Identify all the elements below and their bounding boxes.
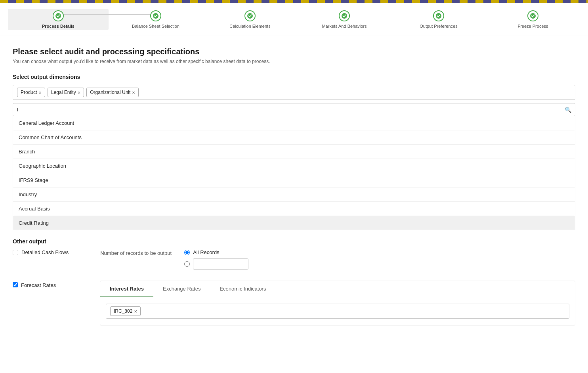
svg-point-2 — [247, 13, 253, 19]
step-markets-and-behaviors[interactable]: Markets And Behaviors — [297, 10, 391, 29]
page-subtitle: You can choose what output you'd like to… — [13, 59, 575, 64]
step-circle-freeze-process — [527, 10, 538, 21]
irc-tags-container[interactable]: IRC_802 × — [106, 304, 569, 319]
custom-records-radio[interactable] — [184, 261, 190, 267]
dropdown-item-ifrs9-stage[interactable]: IFRS9 Stage — [13, 173, 575, 187]
search-icon: 🔍 — [565, 107, 571, 113]
tag-label-product: Product — [21, 90, 37, 95]
tab-interest-rates[interactable]: Interest Rates — [100, 281, 153, 297]
step-label-process-details: Process Details — [42, 24, 74, 29]
step-label-output-preferences: Output Preferences — [420, 24, 457, 29]
forecast-left: Forecast Rates — [13, 281, 100, 288]
forecast-right: Interest RatesExchange RatesEconomic Ind… — [100, 281, 575, 325]
tab-content: IRC_802 × — [100, 297, 575, 325]
tab-economic-indicators[interactable]: Economic Indicators — [210, 281, 275, 297]
step-circle-calculation-elements — [244, 10, 256, 21]
search-input[interactable] — [13, 103, 575, 116]
tag-label-organizational-unit: Organizational Unit — [90, 90, 130, 95]
step-label-balance-sheet-selection: Balance Sheet Selection — [132, 24, 179, 29]
step-output-preferences[interactable]: Output Preferences — [391, 10, 486, 29]
step-circle-process-details — [53, 10, 64, 21]
custom-records-input[interactable] — [193, 258, 248, 270]
dropdown-item-general-ledger-account[interactable]: General Ledger Account — [13, 116, 575, 130]
dropdown-item-geographic-location[interactable]: Geographic Location — [13, 159, 575, 173]
tag-legal-entity: Legal Entity × — [48, 88, 84, 97]
tab-exchange-rates[interactable]: Exchange Rates — [153, 281, 210, 297]
step-circle-output-preferences — [433, 10, 444, 21]
irc-tag-label-irc-802: IRC_802 — [114, 308, 132, 314]
step-circle-markets-and-behaviors — [339, 10, 350, 21]
forecast-rates-label: Forecast Rates — [21, 282, 56, 288]
svg-point-3 — [342, 13, 347, 19]
dropdown-list: General Ledger AccountCommon Chart of Ac… — [13, 116, 575, 230]
tag-product: Product × — [17, 88, 45, 97]
forecast-section: Forecast Rates Interest RatesExchange Ra… — [13, 281, 575, 325]
step-freeze-process[interactable]: Freeze Process — [486, 10, 580, 29]
select-dimensions-label: Select output dimensions — [13, 74, 575, 80]
tab-bar: Interest RatesExchange RatesEconomic Ind… — [100, 281, 575, 297]
search-wrapper: 🔍 — [13, 103, 575, 116]
main-content: Please select audit and processing speci… — [0, 36, 588, 373]
tag-remove-product[interactable]: × — [38, 90, 42, 95]
dropdown-item-industry[interactable]: Industry — [13, 187, 575, 202]
all-records-option: All Records — [184, 249, 248, 255]
other-output-section: Other output Detailed Cash Flows Number … — [13, 238, 575, 270]
svg-point-1 — [153, 13, 158, 19]
all-records-radio[interactable] — [184, 250, 190, 255]
records-row: Number of records to be output All Recor… — [100, 249, 248, 270]
detailed-cash-flows-label: Detailed Cash Flows — [21, 249, 69, 255]
forecast-rates-checkbox[interactable] — [13, 282, 18, 287]
records-label: Number of records to be output — [100, 249, 172, 256]
svg-point-0 — [55, 13, 61, 19]
svg-point-4 — [436, 13, 441, 19]
banner — [0, 0, 588, 3]
irc-tag-remove-irc-802[interactable]: × — [134, 309, 137, 314]
page-title: Please select audit and processing speci… — [13, 47, 575, 56]
tag-remove-legal-entity[interactable]: × — [78, 90, 81, 95]
step-process-details[interactable]: Process Details — [8, 9, 109, 30]
dropdown-item-branch[interactable]: Branch — [13, 145, 575, 159]
all-records-label: All Records — [193, 249, 219, 255]
stepper: Process DetailsBalance Sheet SelectionCa… — [0, 3, 588, 36]
svg-point-5 — [530, 13, 536, 19]
dropdown-item-common-chart-of-accounts[interactable]: Common Chart of Accounts — [13, 130, 575, 145]
tag-remove-organizational-unit[interactable]: × — [132, 90, 135, 95]
dimensions-tags-container[interactable]: Product ×Legal Entity ×Organizational Un… — [13, 85, 575, 100]
step-balance-sheet-selection[interactable]: Balance Sheet Selection — [109, 10, 203, 29]
custom-records-option — [184, 258, 248, 270]
step-label-markets-and-behaviors: Markets And Behaviors — [322, 24, 367, 29]
dropdown-item-accrual-basis[interactable]: Accrual Basis — [13, 202, 575, 216]
dropdown-item-credit-rating[interactable]: Credit Rating — [13, 216, 575, 230]
tag-label-legal-entity: Legal Entity — [51, 90, 76, 95]
tag-organizational-unit: Organizational Unit × — [86, 88, 139, 97]
detailed-cash-flows-checkbox[interactable] — [13, 250, 18, 255]
detailed-cash-flows-row: Detailed Cash Flows — [13, 249, 69, 255]
radio-group: All Records — [184, 249, 248, 270]
step-circle-balance-sheet-selection — [150, 10, 161, 21]
step-calculation-elements[interactable]: Calculation Elements — [203, 10, 297, 29]
step-label-calculation-elements: Calculation Elements — [229, 24, 270, 29]
other-output-label: Other output — [13, 238, 575, 245]
step-label-freeze-process: Freeze Process — [517, 24, 548, 29]
irc-tag-irc-802: IRC_802 × — [110, 306, 141, 316]
